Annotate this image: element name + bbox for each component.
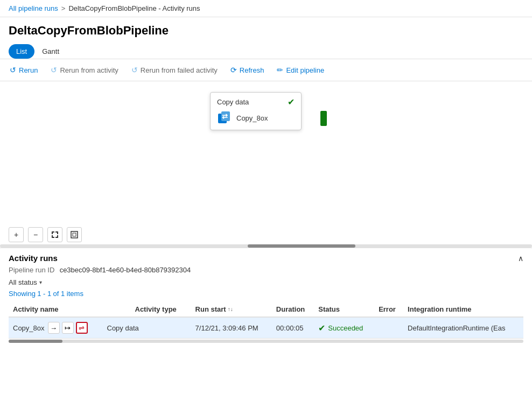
svg-rect-8: [52, 235, 53, 238]
input-output-button[interactable]: →: [48, 322, 60, 334]
section-title: Activity runs: [9, 254, 58, 263]
table-header-row: Activity name Activity type Run start ↑↓…: [9, 302, 523, 317]
activity-runs-table: Activity name Activity type Run start ↑↓…: [9, 302, 523, 339]
refresh-button[interactable]: ⟳ Refresh: [229, 64, 265, 76]
rerun-failed-icon: ↺: [131, 66, 138, 74]
col-activity-name: Activity name: [9, 302, 103, 317]
input-icon: →: [50, 324, 57, 332]
page-title: DeltaCopyFromBlobPipeline: [0, 17, 532, 42]
showing-count: Showing 1 - 1 of 1 items: [9, 290, 523, 298]
edit-pipeline-label: Edit pipeline: [286, 66, 324, 74]
details-button[interactable]: ⇌: [76, 322, 88, 334]
activity-name-value: Copy_8ox: [13, 324, 45, 332]
svg-text:⇄: ⇄: [222, 112, 228, 121]
svg-rect-4: [52, 231, 53, 234]
pipeline-run-id-row: Pipeline run ID ce3bec09-8bf1-4e60-b4ed-…: [9, 266, 523, 274]
breadcrumb: All pipeline runs > DeltaCopyFromBlobPip…: [0, 0, 532, 17]
col-error: Error: [374, 302, 403, 317]
cell-error: [374, 317, 403, 339]
fit-view-icon: [51, 231, 59, 238]
showing-text: Showing: [9, 290, 36, 298]
rerun-activity-icon: ↺: [51, 66, 57, 74]
rerun-label: Rerun: [19, 66, 38, 74]
edit-icon: ✏: [277, 66, 283, 74]
tab-list[interactable]: List: [9, 44, 34, 59]
svg-rect-11: [71, 231, 78, 238]
node-connector: [320, 111, 327, 126]
col-duration: Duration: [272, 302, 314, 317]
rerun-button[interactable]: ↺ Rerun: [9, 64, 39, 76]
cell-activity-name: Copy_8ox → ↦ ⇌: [9, 317, 103, 339]
canvas-controls: + −: [9, 227, 82, 242]
rerun-from-activity-button[interactable]: ↺ Rerun from activity: [50, 64, 119, 76]
refresh-label: Refresh: [240, 66, 264, 74]
breadcrumb-separator: >: [61, 4, 66, 12]
table-scrollbar[interactable]: [9, 340, 523, 343]
svg-rect-12: [73, 233, 76, 236]
expand-button[interactable]: [67, 227, 82, 242]
pipeline-run-id-value[interactable]: ce3bec09-8bf1-4e60-b4ed-80b879392304: [60, 266, 191, 274]
cell-duration: 00:00:05: [272, 317, 314, 339]
row-actions: → ↦ ⇌: [48, 322, 88, 334]
details-icon: ⇌: [79, 324, 85, 332]
refresh-icon: ⟳: [230, 66, 237, 74]
tab-gantt[interactable]: Gantt: [34, 44, 67, 59]
svg-rect-6: [57, 231, 58, 234]
cell-run-start: 7/12/21, 3:09:46 PM: [191, 317, 272, 339]
tabs-bar: List Gantt: [0, 42, 532, 59]
rerun-icon: ↺: [10, 66, 16, 74]
col-run-start[interactable]: Run start ↑↓: [191, 302, 272, 317]
activity-runs-section: Activity runs ∧ Pipeline run ID ce3bec09…: [0, 248, 532, 343]
output-icon: ↦: [65, 324, 71, 332]
col-status: Status: [314, 302, 374, 317]
pipeline-run-id-label: Pipeline run ID: [9, 266, 54, 274]
cell-activity-type: Copy data: [103, 317, 191, 339]
chevron-down-icon: ▾: [39, 279, 42, 285]
edit-pipeline-button[interactable]: ✏ Edit pipeline: [276, 64, 325, 76]
showing-suffix: of 1 items: [53, 290, 83, 298]
status-filter[interactable]: All status ▾: [9, 278, 523, 286]
canvas-scrollbar[interactable]: [0, 244, 532, 248]
breadcrumb-link[interactable]: All pipeline runs: [9, 4, 58, 12]
col-integration-runtime: Integration runtime: [403, 302, 523, 317]
node-title: Copy data: [217, 98, 249, 106]
svg-rect-10: [57, 235, 58, 238]
rerun-from-failed-button[interactable]: ↺ Rerun from failed activity: [130, 64, 219, 76]
rerun-from-failed-label: Rerun from failed activity: [141, 66, 218, 74]
node-success-icon: ✔: [288, 97, 295, 107]
node-header: Copy data ✔: [217, 97, 295, 107]
showing-range: 1 - 1: [37, 290, 51, 298]
toolbar: ↺ Rerun ↺ Rerun from activity ↺ Rerun fr…: [0, 59, 532, 81]
pipeline-node[interactable]: Copy data ✔ ⇄ Copy_8ox: [210, 92, 302, 130]
pipeline-canvas: Copy data ✔ ⇄ Copy_8ox + −: [0, 81, 532, 248]
copy-data-icon: ⇄: [217, 110, 232, 125]
cell-integration-runtime: DefaultIntegrationRuntime (Eas: [403, 317, 523, 339]
breadcrumb-current: DeltaCopyFromBlobPipeline - Activity run…: [68, 4, 200, 12]
section-header: Activity runs ∧: [9, 254, 523, 263]
node-body: ⇄ Copy_8ox: [217, 110, 295, 125]
success-icon: ✔: [318, 323, 325, 333]
status-filter-label: All status: [9, 278, 37, 286]
expand-icon: [71, 231, 78, 238]
collapse-button[interactable]: ∧: [518, 254, 523, 263]
status-value: Succeeded: [328, 324, 363, 332]
zoom-in-button[interactable]: +: [9, 227, 24, 242]
col-activity-type: Activity type: [103, 302, 191, 317]
rerun-from-activity-label: Rerun from activity: [60, 66, 118, 74]
zoom-out-button[interactable]: −: [28, 227, 43, 242]
table-row: Copy_8ox → ↦ ⇌: [9, 317, 523, 339]
cell-status: ✔ Succeeded: [314, 317, 374, 339]
output-button[interactable]: ↦: [62, 322, 74, 334]
node-label: Copy_8ox: [236, 114, 268, 122]
sort-icon: ↑↓: [228, 306, 233, 312]
fit-view-button[interactable]: [47, 227, 62, 242]
